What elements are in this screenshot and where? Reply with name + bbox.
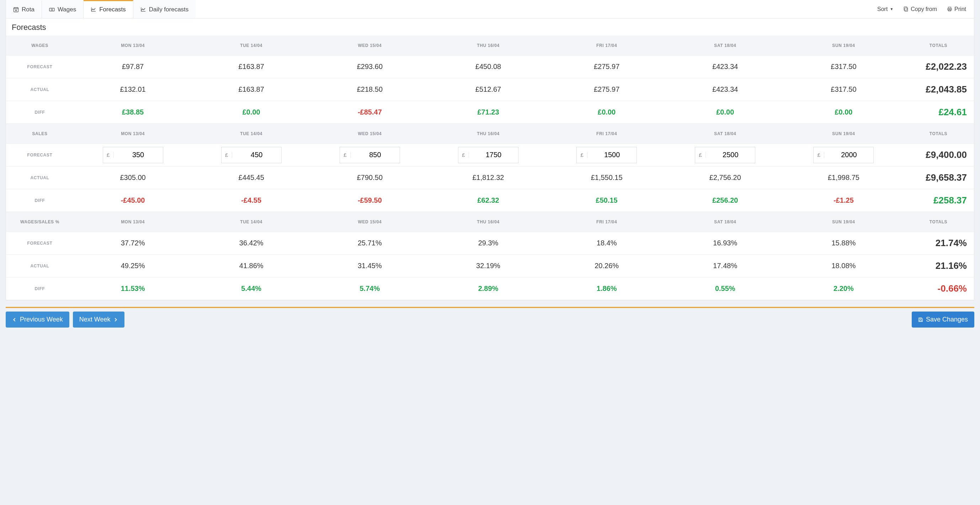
value-cell: -£45.00 bbox=[73, 189, 192, 212]
tab-daily-forecasts[interactable]: Daily forecasts bbox=[134, 0, 196, 18]
caret-down-icon: ▼ bbox=[890, 7, 893, 11]
value-cell: 5.74% bbox=[310, 277, 429, 300]
currency-prefix: £ bbox=[814, 152, 824, 158]
previous-week-button[interactable]: Previous Week bbox=[6, 312, 69, 328]
total-cell: £2,043.85 bbox=[903, 78, 974, 101]
total-cell: £9,400.00 bbox=[903, 144, 974, 166]
value-cell: 1.86% bbox=[547, 277, 666, 300]
footer-row: Previous Week Next Week Save Changes bbox=[6, 312, 974, 328]
week-nav: Previous Week Next Week bbox=[6, 312, 124, 328]
row-label-actual: ACTUAL bbox=[6, 255, 73, 277]
day-header: MON 13/04 bbox=[73, 124, 192, 144]
day-header: MON 13/04 bbox=[73, 35, 192, 56]
print-label: Print bbox=[955, 6, 966, 13]
tab-forecasts[interactable]: Forecasts bbox=[84, 0, 134, 18]
value-cell: £317.50 bbox=[784, 78, 903, 101]
button-label: Previous Week bbox=[20, 316, 63, 323]
copy-label: Copy from bbox=[911, 6, 937, 13]
forecast-input[interactable] bbox=[232, 147, 281, 163]
svg-rect-0 bbox=[14, 8, 19, 12]
forecast-input[interactable] bbox=[587, 147, 636, 163]
banknote-icon bbox=[49, 7, 55, 13]
next-week-button[interactable]: Next Week bbox=[73, 312, 125, 328]
copy-from-button[interactable]: Copy from bbox=[903, 6, 937, 13]
tab-label: Rota bbox=[22, 6, 35, 13]
svg-rect-13 bbox=[920, 320, 922, 321]
print-button[interactable]: Print bbox=[947, 6, 966, 13]
tab-tools: Sort ▼ Copy from Print bbox=[869, 6, 974, 13]
forecast-input-cell: £ bbox=[73, 144, 192, 166]
forecast-grid: WAGESMON 13/04TUE 14/04WED 15/04THU 16/0… bbox=[6, 35, 974, 300]
money-input[interactable]: £ bbox=[695, 147, 755, 163]
value-cell: £1,812.32 bbox=[429, 166, 547, 189]
day-header: WED 15/04 bbox=[310, 35, 429, 56]
value-cell: -£59.50 bbox=[310, 189, 429, 212]
value-cell: £62.32 bbox=[429, 189, 547, 212]
money-input[interactable]: £ bbox=[221, 147, 282, 163]
totals-header: TOTALS bbox=[903, 212, 974, 232]
day-header: TUE 14/04 bbox=[192, 124, 310, 144]
forecast-input-cell: £ bbox=[429, 144, 547, 166]
value-cell: £71.23 bbox=[429, 101, 547, 124]
button-label: Next Week bbox=[79, 316, 111, 323]
day-header: FRI 17/04 bbox=[547, 212, 666, 232]
value-cell: £423.34 bbox=[666, 78, 784, 101]
tabs: Rota Wages Forecasts Daily forecasts bbox=[6, 0, 196, 18]
forecast-input[interactable] bbox=[469, 147, 518, 163]
tab-rota[interactable]: Rota bbox=[6, 0, 42, 18]
save-changes-button[interactable]: Save Changes bbox=[912, 312, 974, 328]
forecast-input[interactable] bbox=[706, 147, 755, 163]
forecast-input[interactable] bbox=[114, 147, 163, 163]
currency-prefix: £ bbox=[103, 152, 114, 158]
chart-line-icon bbox=[91, 7, 96, 13]
value-cell: £1,550.15 bbox=[547, 166, 666, 189]
total-cell: 21.74% bbox=[903, 232, 974, 255]
tab-wages[interactable]: Wages bbox=[42, 0, 84, 18]
day-header: SUN 19/04 bbox=[784, 124, 903, 144]
value-cell: £0.00 bbox=[666, 101, 784, 124]
money-input[interactable]: £ bbox=[340, 147, 400, 163]
value-cell: £0.00 bbox=[547, 101, 666, 124]
money-input[interactable]: £ bbox=[458, 147, 519, 163]
forecasts-card: Rota Wages Forecasts Daily forecasts Sor… bbox=[6, 0, 974, 301]
forecast-input[interactable] bbox=[351, 147, 400, 163]
value-cell: £38.85 bbox=[73, 101, 192, 124]
tab-label: Forecasts bbox=[99, 6, 126, 13]
tab-label: Wages bbox=[57, 6, 76, 13]
value-cell: 11.53% bbox=[73, 277, 192, 300]
money-input[interactable]: £ bbox=[576, 147, 637, 163]
row-label-diff: DIFF bbox=[6, 101, 73, 124]
value-cell: 20.26% bbox=[547, 255, 666, 277]
value-cell: £2,756.20 bbox=[666, 166, 784, 189]
value-cell: £293.60 bbox=[310, 56, 429, 78]
day-header: FRI 17/04 bbox=[547, 35, 666, 56]
day-header: WED 15/04 bbox=[310, 212, 429, 232]
totals-header: TOTALS bbox=[903, 124, 974, 144]
svg-rect-8 bbox=[905, 8, 908, 11]
day-header: THU 16/04 bbox=[429, 212, 547, 232]
money-input[interactable]: £ bbox=[813, 147, 874, 163]
value-cell: £275.97 bbox=[547, 56, 666, 78]
total-cell: £2,022.23 bbox=[903, 56, 974, 78]
calendar-icon bbox=[13, 7, 19, 13]
value-cell: 37.72% bbox=[73, 232, 192, 255]
sort-dropdown[interactable]: Sort ▼ bbox=[877, 6, 893, 13]
forecast-input[interactable] bbox=[824, 147, 873, 163]
svg-rect-9 bbox=[904, 7, 907, 10]
value-cell: £317.50 bbox=[784, 56, 903, 78]
tab-label: Daily forecasts bbox=[149, 6, 188, 13]
row-label-forecast: FORECAST bbox=[6, 144, 73, 166]
money-input[interactable]: £ bbox=[103, 147, 163, 163]
svg-rect-14 bbox=[920, 318, 921, 319]
currency-prefix: £ bbox=[221, 152, 232, 158]
day-header: FRI 17/04 bbox=[547, 124, 666, 144]
section-header-label: WAGES/SALES % bbox=[6, 212, 73, 232]
value-cell: £256.20 bbox=[666, 189, 784, 212]
copy-icon bbox=[903, 6, 908, 12]
svg-point-7 bbox=[51, 9, 52, 10]
value-cell: £0.00 bbox=[192, 101, 310, 124]
currency-prefix: £ bbox=[340, 152, 351, 158]
value-cell: 18.4% bbox=[547, 232, 666, 255]
value-cell: £445.45 bbox=[192, 166, 310, 189]
row-label-actual: ACTUAL bbox=[6, 78, 73, 101]
